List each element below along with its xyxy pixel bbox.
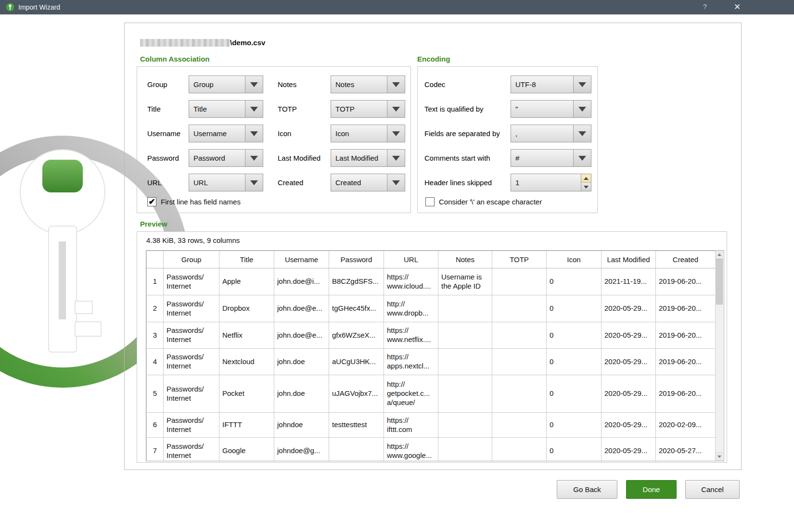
col-header-username[interactable]: Username — [274, 251, 329, 268]
dropdown-title[interactable]: Title — [189, 100, 263, 118]
cell-notes[interactable] — [438, 438, 492, 461]
cell-created[interactable]: 2019-06-20... — [656, 349, 716, 375]
cell-totp[interactable] — [492, 349, 547, 375]
row-index-cell[interactable]: 3 — [147, 322, 164, 349]
cancel-button[interactable]: Cancel — [685, 480, 740, 499]
cell-icon[interactable]: 0 — [547, 295, 602, 322]
cell-group[interactable]: Passwords/ Internet — [164, 413, 219, 438]
cell-totp[interactable] — [492, 268, 547, 295]
close-icon[interactable]: ✕ — [731, 2, 743, 12]
col-header-group[interactable]: Group — [164, 251, 219, 268]
scrollbar-up-button[interactable] — [716, 251, 723, 259]
col-header-totp[interactable]: TOTP — [492, 251, 547, 268]
dropdown-password[interactable]: Password — [189, 149, 263, 167]
cell-title[interactable]: Apple — [219, 268, 274, 295]
cell-totp[interactable] — [492, 375, 547, 413]
cell-password[interactable]: tgGHec45fx... — [329, 295, 384, 322]
cell-totp[interactable] — [492, 413, 547, 438]
cell-notes[interactable] — [438, 349, 492, 375]
dropdown-group[interactable]: Group — [189, 76, 263, 93]
titlebar[interactable]: Import Wizard ? ✕ — [0, 0, 794, 14]
cell-created[interactable]: 2020-02-09... — [656, 413, 716, 438]
row-index-cell[interactable]: 5 — [147, 375, 164, 413]
cell-last-modified[interactable]: 2020-05-29... — [602, 322, 656, 349]
cell-created[interactable]: 2019-06-20... — [656, 375, 716, 413]
spin-up-button[interactable] — [581, 174, 591, 183]
cell-username[interactable]: john.doe@e... — [274, 295, 329, 322]
cell-last-modified[interactable]: 2020-05-29... — [602, 438, 656, 461]
cell-title[interactable]: Pocket — [219, 375, 274, 413]
dropdown-comments-start-with[interactable]: # — [511, 149, 591, 167]
cell-url[interactable]: http:// getpocket.c... a/queue/ — [384, 375, 438, 413]
cell-password[interactable]: aUCgU3HK... — [329, 349, 384, 375]
dropdown-created[interactable]: Created — [331, 174, 405, 191]
cell-username[interactable]: johndoe — [274, 413, 329, 438]
cell-title[interactable]: IFTTT — [219, 413, 274, 438]
cell-created[interactable]: 2019-06-20... — [656, 322, 716, 349]
cell-created[interactable]: 2020-05-27... — [656, 438, 716, 461]
cell-notes[interactable] — [438, 295, 492, 322]
dropdown-text-is-qualified-by[interactable]: " — [511, 100, 591, 118]
spin-down-button[interactable] — [581, 183, 591, 191]
cell-group[interactable]: Passwords/ Internet — [164, 375, 219, 413]
cell-password[interactable]: gfx6WZseX... — [329, 322, 384, 349]
row-index-cell[interactable]: 6 — [147, 413, 164, 438]
cell-notes[interactable] — [438, 375, 492, 413]
done-button[interactable]: Done — [626, 480, 677, 499]
cell-last-modified[interactable]: 2020-05-29... — [602, 413, 656, 438]
cell-url[interactable]: http:// www.dropb... — [384, 295, 438, 322]
dropdown-codec[interactable]: UTF-8 — [511, 76, 591, 93]
cell-title[interactable]: Dropbox — [219, 295, 274, 322]
col-header-title[interactable]: Title — [219, 251, 274, 268]
help-icon[interactable]: ? — [700, 2, 710, 11]
cell-title[interactable]: Nextcloud — [219, 349, 274, 375]
cell-last-modified[interactable]: 2020-05-29... — [602, 375, 656, 413]
cell-password[interactable]: uJAGVojbx7... — [329, 375, 384, 413]
cell-group[interactable]: Passwords/ Internet — [164, 322, 219, 349]
col-header-created[interactable]: Created — [656, 251, 716, 268]
dropdown-last-modified[interactable]: Last Modified — [331, 149, 405, 167]
cell-totp[interactable] — [492, 322, 547, 349]
cell-url[interactable]: https:// apps.nextcl... — [384, 349, 438, 375]
cell-created[interactable]: 2019-06-20... — [656, 268, 716, 295]
cell-last-modified[interactable]: 2020-05-29... — [602, 349, 656, 375]
row-index-cell[interactable]: 7 — [147, 438, 164, 461]
cell-group[interactable]: Passwords/ Internet — [164, 438, 219, 461]
cell-icon[interactable]: 0 — [547, 413, 602, 438]
cell-icon[interactable]: 0 — [547, 375, 602, 413]
cell-group[interactable]: Passwords/ Internet — [164, 295, 219, 322]
cell-notes[interactable] — [438, 322, 492, 349]
cell-username[interactable]: john.doe — [274, 375, 329, 413]
scrollbar-down-button[interactable] — [716, 452, 723, 461]
cell-username[interactable]: john.doe — [274, 349, 329, 375]
cell-password[interactable]: B8CZgdSFS... — [329, 268, 384, 295]
cell-username[interactable]: john.doe@i... — [274, 268, 329, 295]
cell-created[interactable]: 2019-06-20... — [656, 295, 716, 322]
dropdown-icon[interactable]: Icon — [331, 125, 405, 142]
col-header-notes[interactable]: Notes — [438, 251, 492, 268]
row-index-cell[interactable]: 1 — [147, 268, 164, 295]
cell-title[interactable]: Netflix — [219, 322, 274, 349]
cell-notes[interactable]: Username is the Apple ID — [438, 268, 492, 295]
cell-username[interactable]: johndoe@g... — [274, 438, 329, 461]
col-header-icon[interactable]: Icon — [547, 251, 602, 268]
cell-url[interactable]: https:// www.icloud.... — [384, 268, 438, 295]
cell-icon[interactable]: 0 — [547, 268, 602, 295]
col-header-url[interactable]: URL — [384, 251, 438, 268]
cell-last-modified[interactable]: 2020-05-29... — [602, 295, 656, 322]
cell-totp[interactable] — [492, 295, 547, 322]
cell-icon[interactable]: 0 — [547, 349, 602, 375]
cell-url[interactable]: https:// www.netflix.... — [384, 322, 438, 349]
col-header-last-modified[interactable]: Last Modified — [602, 251, 656, 268]
dropdown-notes[interactable]: Notes — [331, 76, 405, 93]
first-line-checkbox[interactable]: ✔ — [147, 197, 156, 206]
cell-totp[interactable] — [492, 438, 547, 461]
cell-icon[interactable]: 0 — [547, 322, 602, 349]
vertical-scrollbar[interactable] — [715, 251, 723, 461]
cell-title[interactable]: Google — [219, 438, 274, 461]
cell-username[interactable]: john.doe@e... — [274, 322, 329, 349]
cell-last-modified[interactable]: 2021-11-19... — [602, 268, 656, 295]
cell-url[interactable]: https:// ifttt.com — [384, 413, 438, 438]
go-back-button[interactable]: Go Back — [557, 480, 617, 499]
cell-icon[interactable]: 0 — [547, 438, 602, 461]
